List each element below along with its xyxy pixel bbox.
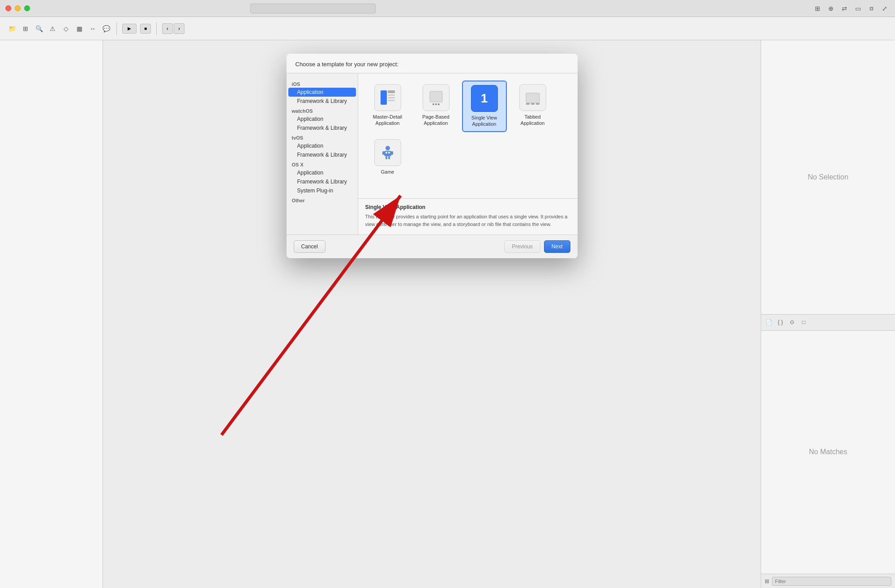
xcode-window: ⊞ ⊕ ⇄ ▭ ⧈ ⤢ 📁 ⊞ 🔍 ⚠ ◇ ▦ ↔ 💬 ▶ ■ ‹ › [0,0,895,588]
next-button[interactable]: Next [544,240,570,253]
sidebar-item-tvos-application[interactable]: Application [288,141,356,150]
sidebar-item-osx-application[interactable]: Application [288,168,356,177]
master-detail-label: Master-DetailApplication [373,114,402,127]
sidebar-item-watchos-framework[interactable]: Framework & Library [288,124,356,132]
single-view-icon: 1 [471,85,498,112]
close-button[interactable] [5,5,11,11]
folder-icon[interactable]: 📁 [7,24,17,34]
sidebar-item-ios-application[interactable]: Application [288,88,356,97]
table-icon[interactable]: ▦ [74,24,84,34]
dialog-title: Choose a template for your new project: [295,61,399,68]
right-panel-filter: ⊞ [761,574,895,588]
right-panel: No Selection 📄 { } ⊙ □ No Matches ⊞ [761,40,895,588]
diamond-icon[interactable]: ◇ [61,24,71,34]
no-matches-label: No Matches [809,448,847,456]
template-grid-area: Master-DetailApplication [358,73,578,234]
svg-point-20 [388,152,390,153]
dialog-header: Choose a template for your new project: [287,54,578,73]
right-panel-bottom: 📄 { } ⊙ □ No Matches ⊞ [761,314,895,588]
svg-rect-4 [388,100,395,101]
sidebar-item-ios-framework[interactable]: Framework & Library [288,97,356,106]
svg-point-19 [385,152,387,153]
svg-point-7 [435,103,437,105]
sidebar-section-watchos: watchOS [287,106,358,115]
template-single-view[interactable]: 1 Single ViewApplication [462,81,507,132]
svg-rect-3 [388,97,395,98]
grid-view-icon[interactable]: ⊞ [765,578,769,584]
no-selection-label: No Selection [808,173,848,181]
forward-button[interactable]: › [174,23,184,34]
sidebar-section-tvos: tvOS [287,132,358,141]
split-view-icon[interactable]: ▭ [853,4,863,13]
main-toolbar: 📁 ⊞ 🔍 ⚠ ◇ ▦ ↔ 💬 ▶ ■ ‹ › [0,17,895,40]
template-page-based[interactable]: Page-BasedApplication [414,81,458,132]
sidebar-item-tvos-framework[interactable]: Framework & Library [288,150,356,159]
grid-icon[interactable]: ⊞ [21,24,30,34]
filter-input[interactable] [772,577,891,586]
sidebar-item-osx-plugin[interactable]: System Plug-in [288,186,356,195]
stop-button[interactable]: ■ [140,24,151,34]
footer-buttons: Previous Next [504,240,570,253]
svg-rect-15 [382,151,385,155]
titlebar: ⊞ ⊕ ⇄ ▭ ⧈ ⤢ [0,0,895,17]
dialog-footer: Cancel Previous Next [287,234,578,258]
svg-rect-16 [391,151,393,155]
template-grid: Master-DetailApplication [358,73,578,199]
web-icon[interactable]: ⊕ [826,4,836,13]
new-project-dialog: Choose a template for your new project: … [287,54,578,258]
page-based-label: Page-BasedApplication [422,114,450,127]
svg-rect-9 [526,93,540,103]
sidebar-item-osx-framework[interactable]: Framework & Library [288,177,356,186]
svg-point-13 [385,146,390,150]
dialog-overlay: Choose a template for your new project: … [103,40,761,588]
page-based-icon [423,84,450,111]
game-label: Game [381,169,394,175]
dialog-sidebar: iOS Application Framework & Library watc… [287,73,358,234]
template-tabbed[interactable]: TabbedApplication [510,81,555,132]
file-icon[interactable]: 📄 [765,318,773,326]
warning-icon[interactable]: ⚠ [47,24,57,34]
toolbar-divider-2 [156,22,157,35]
svg-rect-18 [388,156,390,159]
right-panel-content: No Matches [761,331,895,574]
right-panel-top: No Selection [761,40,895,314]
rect-icon[interactable]: □ [800,318,808,326]
code-icon[interactable]: { } [776,318,784,326]
previous-button[interactable]: Previous [504,240,540,253]
svg-rect-5 [430,91,442,102]
template-desc-text: This template provides a starting point … [365,213,570,228]
left-sidebar [0,40,103,588]
split-right-icon[interactable]: ⧈ [866,4,876,13]
play-button[interactable]: ▶ [122,24,137,34]
fullscreen-icon[interactable]: ⤢ [880,4,890,13]
svg-rect-14 [384,151,391,156]
template-desc-title: Single View Application [365,204,570,210]
back-forward-icon[interactable]: ⇄ [839,4,849,13]
template-description: Single View Application This template pr… [358,199,578,234]
template-game[interactable]: Game [365,136,410,179]
speech-icon[interactable]: 💬 [101,24,111,34]
svg-rect-2 [388,94,395,96]
cancel-button[interactable]: Cancel [294,240,325,253]
svg-rect-10 [526,103,530,105]
svg-point-6 [433,103,434,105]
search-icon[interactable]: 🔍 [34,24,44,34]
sidebar-section-osx: OS X [287,159,358,168]
tabbed-label: TabbedApplication [521,114,545,127]
template-master-detail[interactable]: Master-DetailApplication [365,81,410,132]
main-area: Choose a template for your new project: … [0,40,895,588]
link-icon[interactable]: ↔ [88,24,98,34]
toolbar-divider [116,22,117,35]
center-content: Choose a template for your new project: … [103,40,761,588]
sidebar-item-watchos-application[interactable]: Application [288,115,356,124]
sidebar-toggle-icon[interactable]: ⊞ [813,4,822,13]
svg-rect-0 [381,90,387,105]
minimize-button[interactable] [15,5,21,11]
master-detail-icon [374,84,401,111]
sidebar-section-other: Other [287,195,358,204]
back-button[interactable]: ‹ [162,23,173,34]
game-icon [374,139,401,166]
circle-icon[interactable]: ⊙ [788,318,796,326]
maximize-button[interactable] [24,5,30,11]
svg-rect-11 [531,103,535,105]
